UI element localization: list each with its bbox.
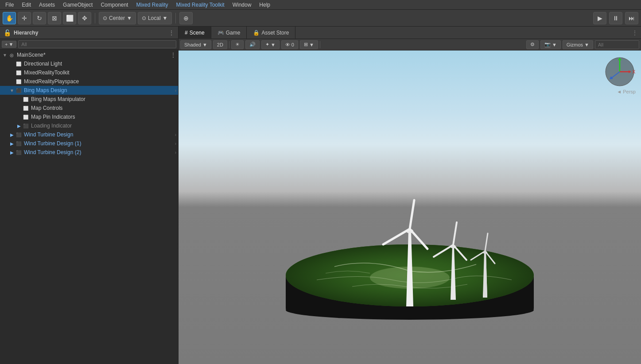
camera-settings-button[interactable]: ⚙ [526,40,539,49]
hierarchy-item-bing-maps-manip[interactable]: ⬜ Bing Maps Manipulator [0,95,178,104]
hierarchy-item-map-controls[interactable]: ⬜ Map Controls [0,104,178,112]
gizmos-dropdown[interactable]: Gizmos ▼ [563,40,593,49]
asset-store-tab-label: Asset Store [261,30,289,36]
expand-loading-icon[interactable]: ▶ [16,124,22,128]
wind1-chevron-icon[interactable]: › [175,132,176,137]
expand-playspace-icon [9,79,15,84]
tab-asset-store[interactable]: 🔒 Asset Store [247,27,295,39]
hierarchy-item-wind2[interactable]: ▶ ⬛ Wind Turbine Design (1) › [0,139,178,148]
hidden-layers-button[interactable]: 👁 0 [281,40,298,49]
menu-help[interactable]: Help [256,1,274,9]
hierarchy-item-main-scene[interactable]: ▼ ◎ MainScene* ⋮ [0,50,178,59]
wind2-chevron-icon[interactable]: › [175,141,176,146]
menu-file[interactable]: File [2,1,17,9]
pause-button[interactable]: ⏸ [609,12,622,24]
hierarchy-search-input[interactable] [18,40,176,48]
menu-component[interactable]: Component [97,1,132,9]
asset-store-tab-icon: 🔒 [253,30,260,36]
expand-wind1-icon[interactable]: ▶ [9,132,15,137]
tab-more-button[interactable]: ⋮ [629,30,641,36]
move-tool-button[interactable]: ✛ [18,12,31,24]
toolbar-separator-1 [95,13,95,23]
camera-icon: ⚙ [530,42,535,47]
hierarchy-item-loading[interactable]: ▶ ⬛ Loading Indicator [0,121,178,130]
menu-mixed-reality[interactable]: Mixed Reality [132,1,171,9]
cube-icon-map-pin: ⬜ [22,113,29,120]
local-chevron-icon: ▼ [163,15,168,21]
svg-line-7 [410,200,414,229]
hierarchy-item-wind3[interactable]: ▶ ⬛ Wind Turbine Design (2) › [0,148,178,157]
svg-line-8 [383,229,410,244]
tab-game[interactable]: 🎮 Game [211,27,247,39]
audio-button[interactable]: 🔊 [245,40,260,49]
menu-mixed-reality-toolkit[interactable]: Mixed Reality Toolkit [172,1,228,9]
expand-bing-maps-icon[interactable]: ▼ [9,88,15,93]
scene-search-input[interactable] [595,40,639,49]
game-tab-label: Game [226,30,241,36]
bing-maps-label: Bing Maps Design [24,87,67,93]
shaded-dropdown[interactable]: Shaded ▼ [180,40,211,49]
expand-wind3-icon[interactable]: ▶ [9,150,15,155]
center-chevron-icon: ▼ [127,15,132,21]
pivot-button[interactable]: ⊕ [179,12,193,24]
hierarchy-item-mr-playspace[interactable]: ⬜ MixedRealityPlayspace [0,77,178,86]
hand-tool-button[interactable]: ✋ [3,12,16,24]
hierarchy-toolbar: + ▼ [0,39,178,50]
mrtk-label: MixedRealityToolkit [24,70,70,76]
bing-maps-chevron-icon[interactable]: › [175,88,176,93]
center-dropdown[interactable]: ⊙ Center ▼ [99,12,136,24]
scene-tabs: # Scene 🎮 Game 🔒 Asset Store ⋮ [179,27,641,39]
gizmos-toolbar: ⚙ 📷 ▼ Gizmos ▼ [526,40,639,49]
gizmos-label: Gizmos [567,42,583,47]
wind1-label: Wind Turbine Design [24,132,73,138]
sun-icon: ☀ [235,42,240,47]
scale-tool-button[interactable]: ⊠ [48,12,61,24]
hierarchy-item-directional-light[interactable]: ⬜ Directional Light [0,59,178,68]
menu-edit[interactable]: Edit [18,1,35,9]
hierarchy-item-bing-maps[interactable]: ▼ ⬛ Bing Maps Design › [0,86,178,95]
game-tab-icon: 🎮 [218,30,224,36]
hierarchy-content: ▼ ◎ MainScene* ⋮ ⬜ Directional Light ⬜ M… [0,50,178,364]
rotate-tool-button[interactable]: ↻ [33,12,46,24]
hierarchy-item-wind1[interactable]: ▶ ⬛ Wind Turbine Design › [0,130,178,139]
grid-icon: ⊞ [304,42,308,47]
menu-gameobject[interactable]: GameObject [59,1,96,9]
cube-icon-playspace: ⬜ [15,78,22,85]
center-label: Center [109,15,125,21]
main-scene-menu-icon[interactable]: ⋮ [170,51,176,58]
scene-panel: # Scene 🎮 Game 🔒 Asset Store ⋮ Shaded ▼ … [179,27,641,364]
transform-tool-button[interactable]: ✥ [78,12,91,24]
expand-dir-light-icon [9,62,15,66]
play-button[interactable]: ▶ [593,12,606,24]
effects-dropdown[interactable]: ✦ ▼ [261,40,280,49]
wind3-chevron-icon[interactable]: › [175,150,176,155]
scene-tab-icon: # [185,30,188,36]
directional-light-label: Directional Light [24,61,62,67]
cube-icon-wind3: ⬛ [15,149,22,156]
hierarchy-header: 🔓 Hierarchy ⋮ [0,27,178,39]
twod-button[interactable]: 2D [213,40,227,49]
hidden-count: 0 [291,42,294,47]
menu-assets[interactable]: Assets [35,1,58,9]
cube-icon-bing-maps: ⬛ [15,87,22,94]
map-pin-label: Map Pin Indicators [31,114,75,120]
grid-button[interactable]: ⊞ ▼ [300,40,318,49]
rect-tool-button[interactable]: ⬜ [63,12,76,24]
scene-view[interactable]: X ◄ Persp [179,50,641,364]
menu-window[interactable]: Window [229,1,255,9]
scene-tab-label: Scene [190,30,205,36]
hierarchy-add-button[interactable]: + ▼ [2,41,16,48]
hierarchy-item-map-pin[interactable]: ⬜ Map Pin Indicators [0,112,178,121]
expand-wind2-icon[interactable]: ▶ [9,141,15,146]
hierarchy-lock-icon[interactable]: 🔓 [4,29,11,36]
expand-main-scene-icon[interactable]: ▼ [2,53,8,58]
hierarchy-menu-icon[interactable]: ⋮ [168,29,175,36]
hierarchy-item-mrtk[interactable]: ⬜ MixedRealityToolkit [0,68,178,77]
step-button[interactable]: ⏭ [625,12,638,24]
tab-scene[interactable]: # Scene [179,27,211,39]
lighting-button[interactable]: ☀ [231,40,244,49]
map-controls-label: Map Controls [31,105,62,111]
camera-dropdown[interactable]: 📷 ▼ [540,40,561,49]
eye-icon: 👁 [285,42,290,47]
local-dropdown[interactable]: ⊙ Local ▼ [138,12,172,24]
